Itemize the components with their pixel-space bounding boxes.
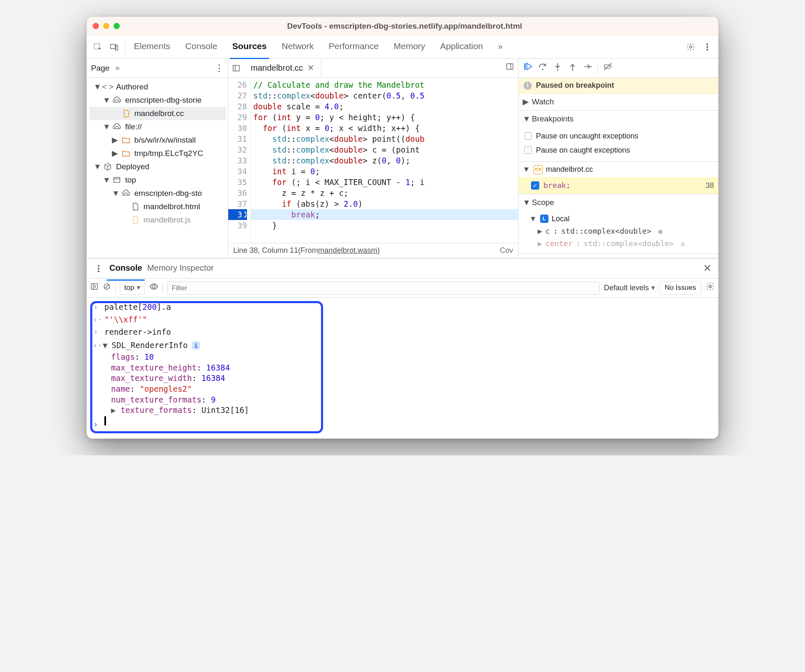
tree-file-js[interactable]: mandelbrot.js	[89, 213, 226, 227]
window-title: DevTools - emscripten-dbg-stories.netlif…	[120, 21, 689, 32]
drawer-menu-icon[interactable]	[90, 260, 107, 277]
tab-network[interactable]: Network	[279, 35, 316, 59]
tab-performance[interactable]: Performance	[326, 35, 381, 59]
navigator-pane: Page » ⋮ ▼< >Authored ▼emscripten-dbg-st…	[87, 59, 228, 258]
status-source-link[interactable]: mandelbrot.wasm	[318, 245, 377, 255]
traffic-lights	[93, 23, 120, 29]
zoom-icon[interactable]	[114, 23, 120, 29]
close-icon[interactable]	[93, 23, 99, 29]
tab-console[interactable]: Console	[183, 35, 220, 59]
svg-point-21	[709, 286, 711, 288]
clear-console-icon[interactable]	[103, 282, 111, 293]
step-icon[interactable]	[583, 62, 593, 74]
titlebar: DevTools - emscripten-dbg-stories.netlif…	[87, 17, 718, 35]
close-tab-icon[interactable]: ✕	[307, 62, 314, 74]
breakpoint-checkbox[interactable]: ✓	[531, 181, 539, 190]
tab-memory[interactable]: Memory	[391, 35, 428, 59]
pause-uncaught-toggle[interactable]: Pause on uncaught exceptions	[524, 129, 714, 143]
console-prompt-input[interactable]	[104, 416, 106, 425]
kebab-menu-icon[interactable]	[699, 39, 716, 55]
scope-local[interactable]: ▼LLocal	[519, 212, 718, 225]
svg-rect-10	[524, 63, 526, 70]
navigator-overflow[interactable]: »	[115, 63, 119, 73]
main-tab-bar: Elements Console Sources Network Perform…	[87, 35, 718, 59]
step-into-icon[interactable]	[553, 62, 563, 74]
svg-rect-2	[115, 45, 118, 50]
pause-caught-toggle[interactable]: Pause on caught exceptions	[524, 143, 714, 157]
tab-overflow[interactable]: »	[495, 35, 505, 59]
inspect-element-icon[interactable]	[89, 39, 106, 55]
svg-point-5	[707, 46, 708, 47]
section-breakpoints: ▼Breakpoints Pause on uncaught exception…	[519, 111, 718, 194]
svg-point-12	[557, 69, 558, 71]
minimize-icon[interactable]	[103, 23, 109, 29]
svg-rect-8	[233, 65, 240, 71]
svg-point-3	[689, 46, 692, 48]
svg-point-11	[542, 69, 543, 70]
console-settings-icon[interactable]	[706, 282, 715, 294]
info-icon: i	[523, 82, 532, 90]
paused-banner: i Paused on breakpoint	[519, 78, 718, 94]
section-scope: ▼Scope ▼LLocal ▶c: std::complex<double> …	[519, 194, 718, 254]
tree-site[interactable]: ▼emscripten-dbg-storie	[89, 94, 226, 107]
editor-pane: mandelbrot.cc ✕ 262728293031323334353637…	[228, 59, 519, 258]
drawer-tab-memory[interactable]: Memory Inspector	[145, 257, 216, 281]
tree-folder-tmp[interactable]: ▶tmp/tmp.ELcTq2YC	[89, 147, 226, 160]
svg-point-16	[98, 268, 99, 269]
navigator-tab-page[interactable]: Page	[91, 63, 109, 74]
step-out-icon[interactable]	[568, 62, 578, 74]
deactivate-breakpoints-icon[interactable]	[603, 62, 613, 74]
tab-application[interactable]: Application	[438, 35, 486, 59]
resume-icon[interactable]	[523, 62, 533, 74]
step-over-icon[interactable]	[538, 62, 548, 74]
debugger-pane: i Paused on breakpoint ▶Watch ▼Breakpoin…	[519, 59, 718, 258]
tree-deployed[interactable]: ▼Deployed	[89, 160, 226, 173]
drawer-close-icon[interactable]: ✕	[700, 262, 715, 275]
editor-code[interactable]: // Calculate and draw the Mandelbrot std…	[251, 78, 518, 243]
live-expression-icon[interactable]	[149, 282, 158, 294]
scope-var-center[interactable]: ▶center: std::complex<double> ▦	[519, 237, 718, 250]
svg-point-17	[98, 270, 99, 272]
svg-point-13	[572, 69, 573, 71]
info-badge-icon[interactable]: i	[192, 341, 200, 350]
svg-rect-18	[91, 284, 98, 289]
tree-folder-bsw[interactable]: ▶b/s/w/ir/x/w/install	[89, 133, 226, 147]
tab-sources[interactable]: Sources	[230, 35, 269, 59]
drawer-tab-console[interactable]: Console	[107, 257, 145, 281]
svg-rect-9	[507, 64, 513, 69]
device-toolbar-icon[interactable]	[106, 39, 123, 55]
section-watch[interactable]: ▶Watch	[519, 94, 718, 111]
devtools-window: DevTools - emscripten-dbg-stories.netlif…	[86, 17, 719, 439]
console-filter-input[interactable]	[167, 282, 600, 295]
svg-point-20	[152, 285, 155, 288]
navigator-menu-icon[interactable]: ⋮	[215, 62, 224, 74]
log-levels-select[interactable]: Default levels▾	[604, 283, 655, 293]
settings-icon[interactable]	[682, 39, 699, 55]
editor-tab-mandelbrot[interactable]: mandelbrot.cc ✕	[244, 59, 321, 77]
scope-var-c[interactable]: ▶c: std::complex<double> ▦	[519, 225, 718, 237]
tree-file-scheme[interactable]: ▼file://	[89, 120, 226, 133]
breakpoint-entry[interactable]: ✓ break; 38	[519, 177, 718, 194]
editor-status: Line 38, Column 11 (From mandelbrot.wasm…	[228, 243, 518, 258]
no-issues-badge[interactable]: No Issues	[659, 282, 701, 295]
svg-rect-7	[114, 178, 120, 183]
drawer: Console Memory Inspector ✕ top▾ Default …	[87, 258, 718, 438]
toggle-navigator-icon[interactable]	[228, 64, 244, 72]
context-selector[interactable]: top▾	[120, 282, 145, 295]
tree-site2[interactable]: ▼emscripten-dbg-sto	[89, 187, 226, 200]
svg-point-4	[707, 44, 708, 45]
svg-point-14	[590, 66, 591, 67]
tree-file-mandelbrot-cc[interactable]: mandelbrot.cc	[89, 107, 226, 120]
editor-gutter[interactable]: 2627282930313233343536373839	[228, 78, 251, 243]
coverage-label[interactable]: Cov	[500, 245, 513, 255]
toggle-debugger-icon[interactable]	[501, 62, 518, 73]
tree-file-html[interactable]: mandelbrot.html	[89, 200, 226, 213]
svg-point-6	[707, 49, 708, 50]
tree-top[interactable]: ▼top	[89, 173, 226, 187]
breakpoint-file[interactable]: ▼<>mandelbrot.cc	[519, 161, 718, 177]
svg-point-15	[98, 265, 99, 267]
tree-authored[interactable]: ▼< >Authored	[89, 80, 226, 94]
tab-elements[interactable]: Elements	[131, 35, 173, 59]
console-sidebar-icon[interactable]	[90, 282, 99, 293]
console-output[interactable]: ›palette[200].a ‹·"'\\xff'" ›renderer->i…	[87, 298, 718, 438]
